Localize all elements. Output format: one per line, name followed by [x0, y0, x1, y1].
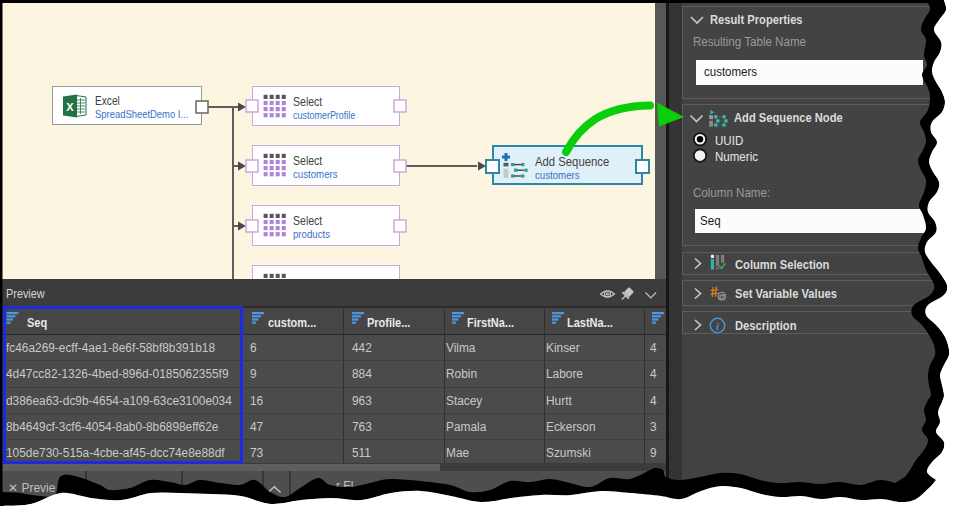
svg-text:i: i [716, 320, 720, 332]
svg-text:@: @ [718, 292, 726, 301]
svg-text:X: X [66, 101, 74, 113]
